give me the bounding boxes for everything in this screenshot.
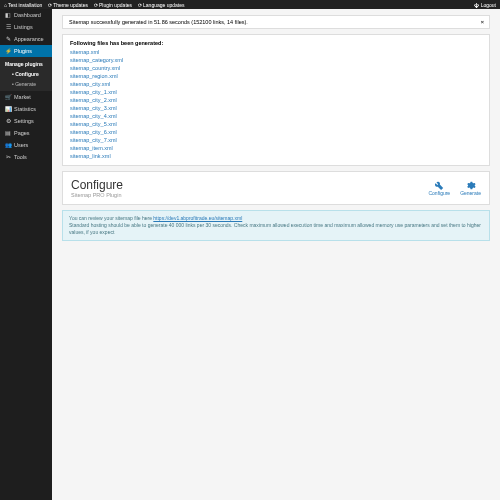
sidebar-item-appearance[interactable]: ✎Appearance	[0, 33, 52, 45]
sidebar-item-settings[interactable]: ⚙Settings	[0, 115, 52, 127]
plug-icon: ⚡	[5, 48, 11, 54]
topbar: ⌂ Test installation ⟳ Theme updates ⟳ Pl…	[0, 0, 500, 9]
file-link[interactable]: sitemap_region.xml	[70, 72, 482, 80]
sidebar-item-plugins[interactable]: ⚡Plugins	[0, 45, 52, 57]
sidebar-item-tools[interactable]: ✂Tools	[0, 151, 52, 163]
file-link[interactable]: sitemap_item.xml	[70, 144, 482, 152]
sidebar-submenu: Manage plugins Configure • Generate	[0, 57, 52, 91]
wrench-icon	[434, 180, 444, 190]
generated-files-box: Following files has been generated: site…	[62, 34, 490, 166]
sidebar-sub-generate[interactable]: • Generate	[0, 79, 52, 89]
file-link[interactable]: sitemap_city_7.xml	[70, 136, 482, 144]
sidebar-item-pages[interactable]: ▤Pages	[0, 127, 52, 139]
topbar-language-updates[interactable]: ⟳ Language updates	[138, 2, 184, 8]
close-icon[interactable]: ×	[481, 19, 484, 25]
refresh-icon: ⟳	[138, 2, 142, 8]
list-icon: ☰	[5, 24, 11, 30]
cart-icon: 🛒	[5, 94, 11, 100]
sitemap-link[interactable]: https://dev1.abprofitrade.eu/sitemap.xml	[153, 215, 242, 221]
power-icon: ⏻	[474, 2, 479, 8]
file-link[interactable]: sitemap.xml	[70, 48, 482, 56]
topbar-plugin-updates[interactable]: ⟳ Plugin updates	[94, 2, 132, 8]
tools-icon: ✂	[5, 154, 11, 160]
files-heading: Following files has been generated:	[70, 40, 482, 46]
file-link[interactable]: sitemap_city_2.xml	[70, 96, 482, 104]
file-link[interactable]: sitemap_city.xml	[70, 80, 482, 88]
topbar-home[interactable]: ⌂ Test installation	[4, 2, 42, 8]
stats-icon: 📊	[5, 106, 11, 112]
file-link[interactable]: sitemap_city_5.xml	[70, 120, 482, 128]
sidebar: ◧Dashboard ☰Listings ✎Appearance ⚡Plugin…	[0, 9, 52, 500]
page-title: Configure	[71, 178, 123, 192]
sidebar-sub-head[interactable]: Manage plugins	[0, 59, 52, 69]
gear-icon: ⚙	[5, 118, 11, 124]
file-link[interactable]: sitemap_city_3.xml	[70, 104, 482, 112]
file-link[interactable]: sitemap_category.xml	[70, 56, 482, 64]
sidebar-item-users[interactable]: 👥Users	[0, 139, 52, 151]
refresh-icon: ⟳	[94, 2, 98, 8]
gear-icon	[466, 180, 476, 190]
logout-button[interactable]: ⏻ Logout	[474, 2, 496, 8]
info-note: You can review your sitemap file here ht…	[62, 210, 490, 241]
dashboard-icon: ◧	[5, 12, 11, 18]
page-icon: ▤	[5, 130, 11, 136]
refresh-icon: ⟳	[48, 2, 52, 8]
file-link[interactable]: sitemap_city_4.xml	[70, 112, 482, 120]
file-link[interactable]: sitemap_city_6.xml	[70, 128, 482, 136]
generate-button[interactable]: Generate	[460, 180, 481, 196]
file-link[interactable]: sitemap_link.xml	[70, 152, 482, 160]
sidebar-item-market[interactable]: 🛒Market	[0, 91, 52, 103]
topbar-theme-updates[interactable]: ⟳ Theme updates	[48, 2, 88, 8]
configure-header: Configure Sitemap PRO Plugin Configure G…	[62, 171, 490, 205]
configure-button[interactable]: Configure	[428, 180, 450, 196]
sidebar-item-statistics[interactable]: 📊Statistics	[0, 103, 52, 115]
file-link[interactable]: sitemap_country.xml	[70, 64, 482, 72]
brush-icon: ✎	[5, 36, 11, 42]
sidebar-item-dashboard[interactable]: ◧Dashboard	[0, 9, 52, 21]
success-alert: Sitemap successfully generated in 51.86 …	[62, 15, 490, 29]
file-link[interactable]: sitemap_city_1.xml	[70, 88, 482, 96]
content: Sitemap successfully generated in 51.86 …	[52, 9, 500, 500]
sidebar-sub-configure[interactable]: Configure	[0, 69, 52, 79]
home-icon: ⌂	[4, 2, 7, 8]
alert-text: Sitemap successfully generated in 51.86 …	[69, 19, 248, 25]
sidebar-item-listings[interactable]: ☰Listings	[0, 21, 52, 33]
page-subtitle: Sitemap PRO Plugin	[71, 192, 121, 198]
users-icon: 👥	[5, 142, 11, 148]
